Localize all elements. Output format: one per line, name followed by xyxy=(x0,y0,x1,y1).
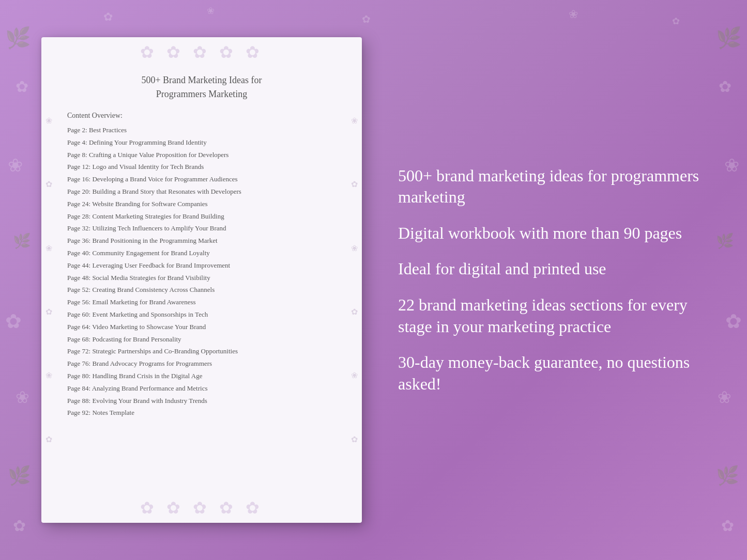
features-panel: 500+ brand marketing ideas for programme… xyxy=(388,165,706,395)
document-preview: ✿ ✿ ✿ ✿ ✿ ✿ ✿ ✿ ✿ ✿ ❀✿❀✿❀✿ ❀✿❀✿❀✿ 500+ B… xyxy=(41,37,362,523)
toc-item: Page 4: Defining Your Programming Brand … xyxy=(67,137,336,148)
toc-item: Page 52: Creating Brand Consistency Acro… xyxy=(67,285,336,295)
feature-2: Digital workbook with more than 90 pages xyxy=(398,223,706,244)
toc-item: Page 24: Website Branding for Software C… xyxy=(67,199,336,210)
toc-item: Page 72: Strategic Partnerships and Co-B… xyxy=(67,346,336,357)
toc-item: Page 44: Leveraging User Feedback for Br… xyxy=(67,260,336,271)
table-of-contents: Page 2: Best PracticesPage 4: Defining Y… xyxy=(67,125,336,418)
toc-item: Page 88: Evolving Your Brand with Indust… xyxy=(67,396,336,407)
toc-item: Page 32: Utilizing Tech Influencers to A… xyxy=(67,223,336,234)
toc-item: Page 80: Handling Brand Crisis in the Di… xyxy=(67,371,336,382)
main-layout: ✿ ✿ ✿ ✿ ✿ ✿ ✿ ✿ ✿ ✿ ❀✿❀✿❀✿ ❀✿❀✿❀✿ 500+ B… xyxy=(0,0,747,560)
toc-item: Page 20: Building a Brand Story that Res… xyxy=(67,186,336,197)
toc-item: Page 12: Logo and Visual Identity for Te… xyxy=(67,162,336,173)
toc-item: Page 16: Developing a Brand Voice for Pr… xyxy=(67,174,336,185)
toc-item: Page 60: Event Marketing and Sponsorship… xyxy=(67,309,336,320)
toc-item: Page 92: Notes Template xyxy=(67,408,336,418)
feature-1: 500+ brand marketing ideas for programme… xyxy=(398,165,706,208)
toc-item: Page 56: Email Marketing for Brand Aware… xyxy=(67,297,336,308)
feature-3: Ideal for digital and printed use xyxy=(398,258,706,280)
document-title: 500+ Brand Marketing Ideas for Programme… xyxy=(67,73,336,101)
toc-item: Page 8: Crafting a Unique Value Proposit… xyxy=(67,150,336,161)
doc-deco-bottom: ✿ ✿ ✿ ✿ ✿ xyxy=(140,498,264,518)
section-label: Content Overview: xyxy=(67,112,336,120)
toc-item: Page 68: Podcasting for Brand Personalit… xyxy=(67,334,336,345)
feature-4: 22 brand marketing ideas sections for ev… xyxy=(398,294,706,337)
toc-item: Page 36: Brand Positioning in the Progra… xyxy=(67,236,336,246)
toc-item: Page 40: Community Engagement for Brand … xyxy=(67,248,336,259)
toc-item: Page 76: Brand Advocacy Programs for Pro… xyxy=(67,359,336,369)
toc-item: Page 84: Analyzing Brand Performance and… xyxy=(67,383,336,394)
toc-item: Page 64: Video Marketing to Showcase You… xyxy=(67,322,336,333)
toc-item: Page 48: Social Media Strategies for Bra… xyxy=(67,273,336,284)
doc-deco-top: ✿ ✿ ✿ ✿ ✿ xyxy=(140,42,264,62)
doc-deco-right: ❀✿❀✿❀✿ xyxy=(351,89,358,471)
doc-deco-left: ❀✿❀✿❀✿ xyxy=(45,89,52,471)
toc-item: Page 28: Content Marketing Strategies fo… xyxy=(67,211,336,222)
toc-item: Page 2: Best Practices xyxy=(67,125,336,136)
feature-5: 30-day money-back guarantee, no question… xyxy=(398,352,706,395)
